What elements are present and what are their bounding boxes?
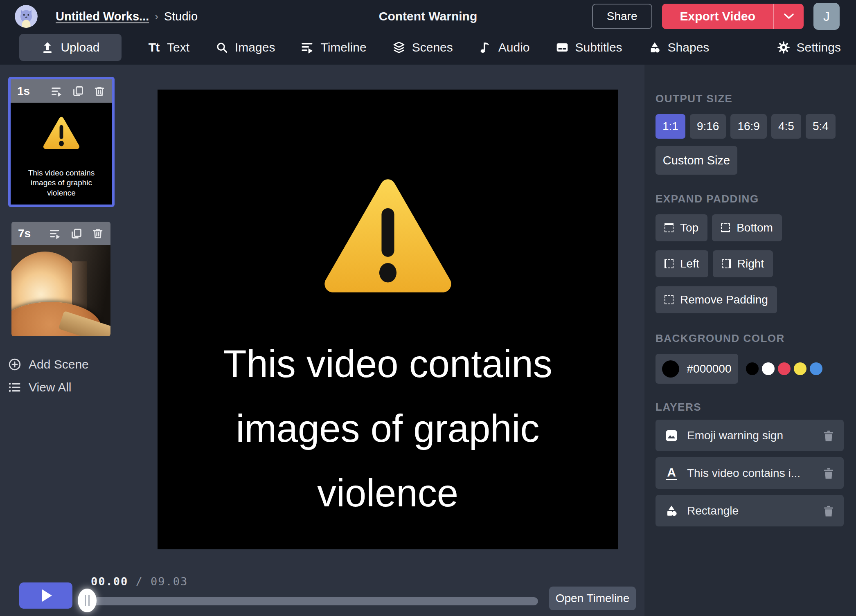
add-scene-button[interactable]: Add Scene [8, 357, 115, 371]
scenes-layers-icon [392, 40, 406, 54]
play-button[interactable] [19, 582, 72, 609]
list-icon [8, 381, 21, 394]
time-display: 00.00 / 09.03 [91, 575, 188, 588]
warning-triangle-icon [42, 115, 81, 150]
cat-logo-icon [15, 5, 38, 28]
export-video-label[interactable]: Export Video [662, 4, 773, 29]
kapwing-studio-app: Content Warning [0, 0, 856, 616]
swatch-blue[interactable] [810, 362, 822, 375]
settings-button[interactable]: Settings [777, 40, 841, 54]
layer-row-emoji-warning-sign[interactable]: Emoji warning sign [656, 420, 844, 451]
export-video-button[interactable]: Export Video [662, 4, 804, 29]
scene-timeline-icon[interactable] [51, 85, 63, 97]
share-button[interactable]: Share [592, 4, 652, 29]
warning-triangle-emoji[interactable] [318, 173, 458, 296]
video-canvas[interactable]: This video contains images of graphic vi… [158, 90, 618, 549]
scene-1-preview[interactable]: This video contains images of graphic vi… [11, 103, 112, 205]
export-options-dropdown[interactable] [773, 4, 804, 29]
audio-note-icon [478, 40, 492, 54]
breadcrumb-workspace-link[interactable]: Untitled Works... [56, 10, 149, 23]
play-icon [42, 589, 52, 602]
workspace: 1s [0, 65, 644, 616]
tab-subtitles-label: Subtitles [575, 40, 622, 54]
subtitles-icon [555, 40, 569, 54]
scene-2-duration: 7s [18, 227, 31, 240]
top-bar: Content Warning [0, 0, 856, 33]
output-size-label: OUTPUT SIZE [656, 92, 845, 105]
top-actions: Share Export Video J [592, 3, 840, 30]
aspect-ratio-options: 1:1 9:16 16:9 4:5 5:4 [656, 114, 845, 139]
tab-shapes[interactable]: Shapes [648, 40, 710, 54]
tab-text-label: Text [167, 40, 189, 54]
layer-row-text[interactable]: A This video contains i... [656, 457, 844, 489]
layers-label: LAYERS [656, 401, 845, 414]
canvas-text-layer[interactable]: This video contains images of graphic vi… [181, 332, 595, 526]
open-timeline-button[interactable]: Open Timeline [549, 587, 636, 610]
scene-thumbnail-2[interactable]: 7s [11, 222, 110, 336]
scene-delete-icon[interactable] [93, 85, 106, 97]
scene-delete-icon[interactable] [92, 227, 104, 240]
layer-row-rectangle[interactable]: Rectangle [656, 495, 844, 526]
tab-subtitles[interactable]: Subtitles [555, 40, 622, 54]
current-color-dot [662, 360, 679, 378]
right-panel: OUTPUT SIZE 1:1 9:16 16:9 4:5 5:4 Custom… [644, 65, 856, 616]
pad-bottom-icon [721, 223, 730, 232]
tab-scenes[interactable]: Scenes [392, 40, 453, 54]
pad-top-button[interactable]: Top [656, 214, 707, 241]
scene-2-preview[interactable] [11, 245, 110, 336]
gear-icon [777, 40, 791, 54]
seek-bar[interactable] [87, 597, 538, 605]
view-all-button[interactable]: View All [8, 380, 115, 394]
layer-name: Emoji warning sign [687, 429, 783, 442]
view-all-label: View All [29, 380, 72, 394]
scene-duplicate-icon[interactable] [70, 227, 83, 240]
tab-audio[interactable]: Audio [478, 40, 530, 54]
custom-size-button[interactable]: Custom Size [656, 146, 737, 175]
main-area: 1s [0, 65, 856, 616]
tab-text[interactable]: Tt Text [147, 40, 189, 54]
user-avatar[interactable]: J [813, 3, 840, 30]
scene-timeline-icon[interactable] [49, 227, 61, 240]
swatch-black[interactable] [746, 362, 759, 375]
workspace-avatar[interactable] [15, 5, 38, 28]
pad-bottom-button[interactable]: Bottom [712, 214, 782, 241]
delete-layer-icon[interactable] [822, 467, 835, 480]
tab-shapes-label: Shapes [668, 40, 710, 54]
timeline-icon [300, 40, 314, 54]
pad-left-button[interactable]: Left [656, 250, 708, 277]
remove-padding-button[interactable]: Remove Padding [656, 286, 777, 313]
scene-thumbnail-1[interactable]: 1s [8, 77, 115, 207]
pad-right-button[interactable]: Right [713, 250, 773, 277]
scene-1-header: 1s [11, 79, 112, 103]
aspect-4-5-button[interactable]: 4:5 [771, 114, 801, 139]
color-swatches [746, 362, 822, 375]
tab-scenes-label: Scenes [412, 40, 453, 54]
text-tool-icon: Tt [147, 40, 161, 54]
upload-button[interactable]: Upload [19, 34, 122, 61]
swatch-red[interactable] [778, 362, 791, 375]
aspect-16-9-button[interactable]: 16:9 [730, 114, 767, 139]
background-color-label: BACKGROUND COLOR [656, 332, 845, 345]
swatch-white[interactable] [762, 362, 775, 375]
swatch-yellow[interactable] [794, 362, 806, 375]
text-layer-icon: A [665, 466, 678, 480]
current-time: 00.00 [91, 575, 128, 588]
delete-layer-icon[interactable] [822, 429, 835, 442]
total-time: 09.03 [151, 575, 188, 588]
scene-1-caption: This video contains images of graphic vi… [17, 168, 106, 198]
scene-2-header: 7s [11, 222, 110, 245]
pad-left-icon [665, 259, 674, 268]
tab-timeline[interactable]: Timeline [300, 40, 366, 54]
tab-images[interactable]: Images [215, 40, 275, 54]
delete-layer-icon[interactable] [822, 504, 835, 517]
breadcrumb-page: Studio [164, 10, 198, 23]
aspect-5-4-button[interactable]: 5:4 [806, 114, 836, 139]
background-color-value: #000000 [687, 362, 731, 375]
seek-handle[interactable] [78, 589, 97, 612]
background-color-button[interactable]: #000000 [656, 354, 738, 384]
scene-duplicate-icon[interactable] [72, 85, 84, 97]
aspect-9-16-button[interactable]: 9:16 [690, 114, 726, 139]
add-scene-label: Add Scene [29, 357, 89, 371]
scenes-column: 1s [8, 77, 115, 403]
aspect-1-1-button[interactable]: 1:1 [656, 114, 685, 139]
